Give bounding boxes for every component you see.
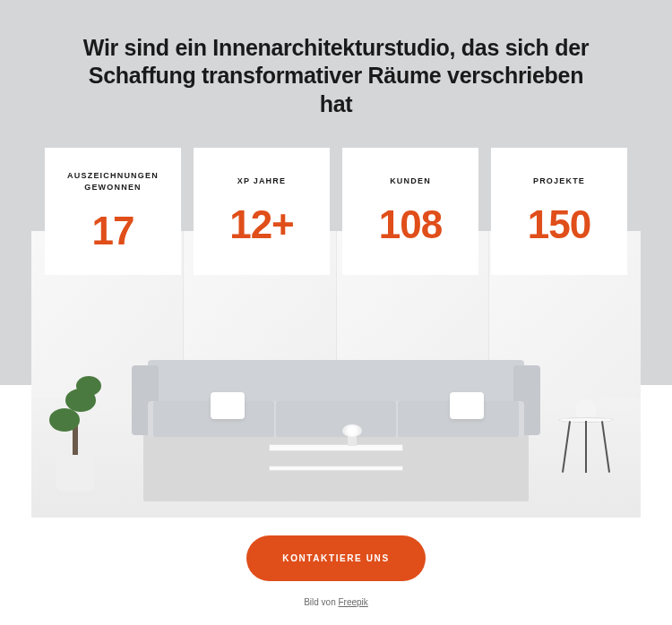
stat-card-xp: XP JAHRE 12+: [194, 148, 330, 275]
bonsai-plant-icon: [47, 365, 103, 491]
stat-label: XP JAHRE: [237, 176, 286, 188]
stats-row: AUSZEICHNUNGEN GEWONNEN 17 XP JAHRE 12+ …: [45, 148, 627, 275]
pillow-icon: [211, 392, 245, 419]
cta-section: KONTAKTIERE UNS: [0, 535, 672, 581]
stat-value: 150: [528, 202, 590, 247]
stat-value: 17: [92, 209, 134, 253]
table-lamp-icon: [576, 399, 596, 419]
hero-section: Wir sind ein Innenarchitekturstudio, das…: [0, 0, 672, 385]
stat-card-clients: KUNDEN 108: [342, 148, 478, 275]
stat-label: PROJEKTE: [533, 176, 585, 188]
stat-label: AUSZEICHNUNGEN GEWONNEN: [52, 170, 174, 194]
page-headline: Wir sind ein Innenarchitekturstudio, das…: [0, 0, 672, 118]
stat-card-projects: PROJEKTE 150: [491, 148, 627, 275]
flowers-icon: [342, 424, 362, 446]
image-credit: Bild von Freepik: [0, 597, 672, 607]
stat-value: 12+: [229, 202, 294, 247]
stat-card-awards: AUSZEICHNUNGEN GEWONNEN 17: [45, 148, 181, 275]
coffee-table: [269, 444, 403, 475]
credit-link[interactable]: Freepik: [339, 597, 368, 607]
stat-label: KUNDEN: [390, 176, 431, 188]
side-table: [558, 417, 614, 475]
credit-prefix: Bild von: [304, 597, 338, 607]
stat-value: 108: [379, 202, 442, 247]
pillow-icon: [450, 392, 484, 419]
contact-button[interactable]: KONTAKTIERE UNS: [246, 535, 425, 581]
